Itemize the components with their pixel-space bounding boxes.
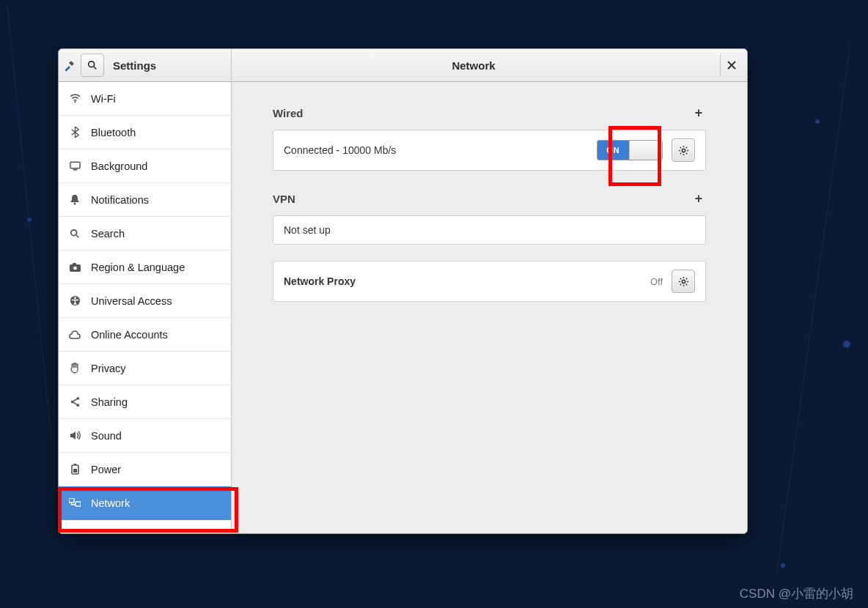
search-icon	[69, 229, 81, 239]
svg-point-28	[682, 280, 685, 283]
cloud-icon	[69, 330, 81, 339]
vpn-status-label: Not set up	[284, 224, 695, 236]
wired-heading: Wired	[273, 107, 304, 119]
svg-point-12	[71, 229, 77, 235]
network-icon	[69, 498, 81, 508]
svg-line-4	[777, 44, 850, 571]
sidebar-item-privacy[interactable]: Privacy	[59, 352, 231, 385]
wired-section-header: Wired +	[273, 105, 706, 121]
sidebar-item-wifi[interactable]: Wi-Fi	[59, 82, 231, 116]
camera-icon	[69, 263, 81, 272]
wired-list: Connected - 10000 Mb/s ON	[273, 130, 706, 171]
svg-line-13	[76, 234, 79, 237]
add-wired-button[interactable]: +	[691, 105, 706, 121]
wired-connection-row[interactable]: Connected - 10000 Mb/s ON	[273, 130, 705, 170]
sidebar-pane: Settings Wi-Fi Bluetooth Background Noti…	[59, 49, 232, 533]
gear-icon	[678, 145, 689, 156]
svg-line-5	[7, 7, 51, 440]
hand-icon	[69, 363, 81, 374]
sidebar-label: Sharing	[91, 396, 128, 408]
svg-rect-25	[69, 498, 74, 503]
wired-settings-button[interactable]	[672, 138, 695, 162]
sidebar-label: Sound	[91, 430, 122, 442]
share-icon	[69, 396, 81, 407]
sidebar-item-notifications[interactable]: Notifications	[59, 183, 231, 217]
tools-icon	[63, 59, 76, 72]
svg-rect-23	[74, 464, 76, 465]
proxy-state: Off	[650, 276, 663, 287]
bluetooth-icon	[69, 127, 81, 138]
sidebar-item-region-language[interactable]: Region & Language	[59, 251, 231, 284]
bell-icon	[69, 194, 81, 205]
vpn-list: Not set up	[273, 215, 706, 245]
svg-point-3	[27, 218, 32, 222]
sidebar-item-network[interactable]: Network	[59, 486, 231, 520]
sidebar-item-background[interactable]: Background	[59, 149, 231, 183]
proxy-label: Network Proxy	[284, 275, 641, 287]
svg-rect-24	[73, 469, 77, 472]
network-content: Wired + Connected - 10000 Mb/s ON VPN	[232, 82, 747, 533]
sidebar-label: Search	[91, 228, 125, 240]
sidebar-label: Power	[91, 464, 121, 475]
sidebar-label: Universal Access	[91, 295, 172, 307]
content-headerbar: Network	[232, 49, 747, 82]
switch-knob	[629, 141, 662, 160]
sidebar-list: Wi-Fi Bluetooth Background Notifications…	[59, 82, 231, 533]
display-icon	[69, 161, 81, 171]
vpn-heading: VPN	[273, 193, 295, 205]
svg-point-0	[843, 341, 850, 348]
wired-toggle[interactable]: ON	[597, 140, 663, 160]
app-title: Settings	[108, 59, 227, 72]
sidebar-item-power[interactable]: Power	[59, 453, 231, 486]
svg-rect-26	[76, 502, 81, 506]
sidebar-label: Wi-Fi	[91, 93, 116, 105]
sidebar-label: Online Accounts	[91, 329, 168, 341]
vpn-row: Not set up	[273, 216, 705, 244]
close-button[interactable]	[720, 54, 743, 76]
sidebar-label: Notifications	[91, 194, 149, 206]
svg-point-18	[74, 297, 76, 299]
svg-point-11	[74, 203, 76, 205]
sidebar-item-sharing[interactable]: Sharing	[59, 385, 231, 419]
watermark: CSDN @小雷的小胡	[740, 585, 853, 602]
sidebar-item-online-accounts[interactable]: Online Accounts	[59, 318, 231, 352]
accessibility-icon	[69, 295, 81, 306]
svg-rect-9	[70, 162, 79, 168]
sidebar-item-universal-access[interactable]: Universal Access	[59, 284, 231, 318]
power-icon	[69, 464, 81, 475]
sidebar-headerbar: Settings	[59, 49, 231, 82]
sidebar-item-bluetooth[interactable]: Bluetooth	[59, 116, 231, 149]
proxy-list: Network Proxy Off	[273, 261, 706, 302]
svg-point-8	[74, 101, 76, 103]
svg-point-1	[815, 119, 820, 124]
svg-point-6	[89, 62, 95, 67]
sidebar-item-search[interactable]: Search	[59, 217, 231, 251]
sidebar-label: Network	[91, 497, 130, 509]
switch-on-label: ON	[597, 141, 629, 160]
sidebar-label: Background	[91, 160, 147, 172]
svg-rect-10	[73, 169, 77, 171]
svg-line-7	[94, 67, 97, 70]
content-pane: Network Wired + Connected - 10000 Mb/s O…	[232, 49, 747, 533]
proxy-settings-button[interactable]	[672, 270, 695, 293]
wired-status-label: Connected - 10000 Mb/s	[284, 144, 588, 156]
svg-point-27	[682, 149, 685, 152]
sidebar-label: Privacy	[91, 363, 126, 374]
proxy-row[interactable]: Network Proxy Off	[273, 262, 705, 301]
gear-icon	[678, 276, 689, 287]
svg-point-15	[73, 266, 77, 270]
wifi-icon	[69, 93, 81, 104]
sidebar-label: Region & Language	[91, 262, 185, 273]
sound-icon	[69, 431, 81, 440]
vpn-section-header: VPN +	[273, 191, 706, 207]
svg-point-2	[781, 563, 785, 568]
settings-window: Settings Wi-Fi Bluetooth Background Noti…	[58, 48, 748, 534]
svg-rect-16	[73, 263, 76, 265]
add-vpn-button[interactable]: +	[691, 191, 706, 207]
page-title: Network	[236, 59, 711, 72]
sidebar-label: Bluetooth	[91, 127, 136, 138]
search-button[interactable]	[81, 53, 104, 77]
sidebar-item-sound[interactable]: Sound	[59, 419, 231, 453]
